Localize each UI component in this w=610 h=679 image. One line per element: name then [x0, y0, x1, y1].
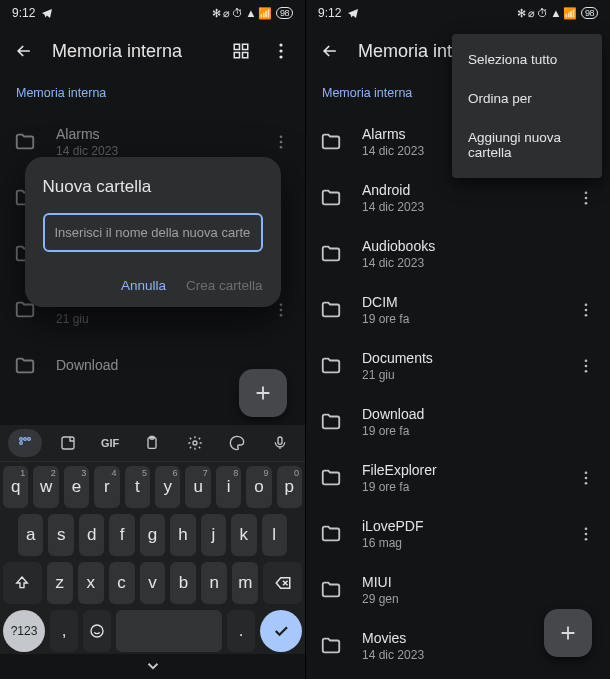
- emoji-key[interactable]: [83, 610, 111, 652]
- svg-rect-0: [234, 44, 239, 49]
- list-item[interactable]: Audiobooks14 dic 2023: [306, 226, 610, 282]
- item-menu-icon[interactable]: [271, 135, 291, 149]
- breadcrumb[interactable]: Memoria interna: [0, 76, 305, 114]
- status-time: 9:12: [12, 6, 35, 20]
- list-item[interactable]: DCIM19 ore fa: [306, 282, 610, 338]
- svg-point-4: [279, 43, 282, 46]
- cancel-button[interactable]: Annulla: [121, 278, 166, 293]
- period-key[interactable]: .: [227, 610, 255, 652]
- key-k[interactable]: k: [231, 514, 256, 556]
- status-time: 9:12: [318, 6, 341, 20]
- list-item[interactable]: Android14 dic 2023: [306, 170, 610, 226]
- item-menu-icon[interactable]: [576, 527, 596, 541]
- comma-key[interactable]: ,: [50, 610, 78, 652]
- symbols-key[interactable]: ?123: [3, 610, 45, 652]
- shift-key[interactable]: [3, 562, 42, 604]
- item-menu-icon[interactable]: [576, 303, 596, 317]
- key-t[interactable]: t5: [125, 466, 150, 508]
- collapse-keyboard-icon[interactable]: [0, 654, 305, 679]
- menu-sort-by[interactable]: Ordina per: [452, 79, 602, 118]
- key-q[interactable]: q1: [3, 466, 28, 508]
- key-z[interactable]: z: [47, 562, 73, 604]
- file-date: 19 ore fa: [362, 424, 556, 438]
- file-name: Alarms: [56, 126, 251, 142]
- add-fab[interactable]: [239, 369, 287, 417]
- status-icons: ✻ ⌀ ⏱ ▲ 📶 98: [517, 7, 598, 20]
- key-g[interactable]: g: [140, 514, 165, 556]
- folder-icon: [320, 523, 342, 545]
- back-icon[interactable]: [318, 39, 342, 63]
- svg-point-10: [280, 303, 283, 306]
- list-item[interactable]: Download19 ore fa: [306, 394, 610, 450]
- list-item[interactable]: iLovePDF16 mag: [306, 506, 610, 562]
- key-c[interactable]: c: [109, 562, 135, 604]
- key-v[interactable]: v: [140, 562, 166, 604]
- key-x[interactable]: x: [78, 562, 104, 604]
- svg-point-28: [585, 314, 588, 317]
- clipboard-icon[interactable]: [135, 429, 169, 457]
- back-icon[interactable]: [12, 39, 36, 63]
- menu-select-all[interactable]: Seleziona tutto: [452, 40, 602, 79]
- key-p[interactable]: p0: [277, 466, 302, 508]
- key-o[interactable]: o9: [246, 466, 271, 508]
- svg-point-20: [193, 441, 197, 445]
- key-e[interactable]: e3: [64, 466, 89, 508]
- file-name: Download: [56, 357, 251, 373]
- item-menu-icon[interactable]: [271, 303, 291, 317]
- folder-icon: [320, 131, 342, 153]
- overflow-menu-icon[interactable]: [269, 39, 293, 63]
- sticker-icon[interactable]: [51, 429, 85, 457]
- svg-point-30: [585, 365, 588, 368]
- item-menu-icon[interactable]: [576, 191, 596, 205]
- folder-icon: [14, 355, 36, 377]
- svg-point-5: [279, 49, 282, 52]
- keyboard: GIF q1w2e3r4t5y6u7i8o9p0 asdfghjkl zxcvb…: [0, 425, 305, 679]
- key-y[interactable]: y6: [155, 466, 180, 508]
- add-fab[interactable]: [544, 609, 592, 657]
- enter-key[interactable]: [260, 610, 302, 652]
- create-folder-button[interactable]: Crea cartella: [186, 278, 263, 293]
- svg-point-25: [585, 202, 588, 205]
- key-w[interactable]: w2: [33, 466, 58, 508]
- key-n[interactable]: n: [201, 562, 227, 604]
- file-info: Download: [56, 357, 251, 375]
- key-h[interactable]: h: [170, 514, 195, 556]
- space-key[interactable]: [116, 610, 222, 652]
- key-u[interactable]: u7: [185, 466, 210, 508]
- folder-icon: [320, 355, 342, 377]
- key-r[interactable]: r4: [94, 466, 119, 508]
- svg-point-12: [280, 314, 283, 317]
- key-l[interactable]: l: [262, 514, 287, 556]
- grid-view-icon[interactable]: [229, 39, 253, 63]
- item-menu-icon[interactable]: [576, 359, 596, 373]
- emoji-grid-icon[interactable]: [8, 429, 42, 457]
- key-i[interactable]: i8: [216, 466, 241, 508]
- backspace-key[interactable]: [263, 562, 302, 604]
- item-menu-icon[interactable]: [576, 471, 596, 485]
- key-m[interactable]: m: [232, 562, 258, 604]
- keyboard-row: zxcvbnm: [3, 562, 302, 604]
- key-f[interactable]: f: [109, 514, 134, 556]
- new-folder-dialog: Nuova cartella Annulla Crea cartella: [25, 157, 281, 307]
- folder-name-input[interactable]: [43, 213, 263, 252]
- gif-icon[interactable]: GIF: [93, 429, 127, 457]
- key-b[interactable]: b: [170, 562, 196, 604]
- file-name: Download: [362, 406, 556, 422]
- key-s[interactable]: s: [48, 514, 73, 556]
- mic-icon[interactable]: [263, 429, 297, 457]
- list-item[interactable]: Documents21 giu: [306, 338, 610, 394]
- file-info: Documents21 giu: [362, 350, 556, 382]
- file-name: iLovePDF: [362, 518, 556, 534]
- key-j[interactable]: j: [201, 514, 226, 556]
- menu-add-folder[interactable]: Aggiungi nuova cartella: [452, 118, 602, 172]
- list-item[interactable]: FileExplorer19 ore fa: [306, 450, 610, 506]
- svg-rect-17: [62, 437, 74, 449]
- key-a[interactable]: a: [18, 514, 43, 556]
- file-date: 29 gen: [362, 592, 556, 606]
- svg-point-13: [20, 438, 23, 441]
- palette-icon[interactable]: [220, 429, 254, 457]
- settings-icon[interactable]: [178, 429, 212, 457]
- svg-point-6: [279, 55, 282, 58]
- svg-point-9: [280, 146, 283, 149]
- key-d[interactable]: d: [79, 514, 104, 556]
